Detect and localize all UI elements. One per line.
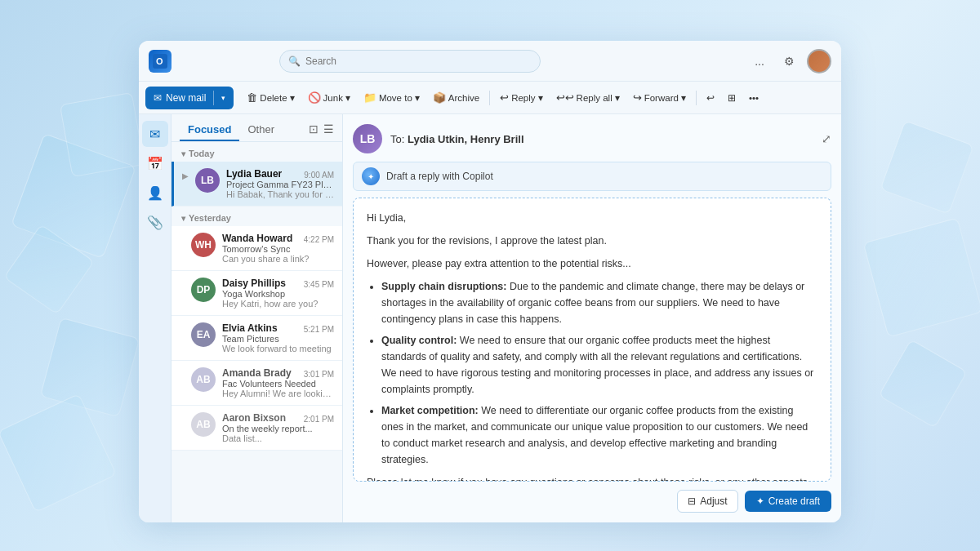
new-mail-separator bbox=[213, 91, 214, 105]
main-content: ✉ 📅 👤 📎 Focused Other ⊡ ☰ ▾ bbox=[139, 114, 841, 522]
section-yesterday: ▾ Yesterday bbox=[172, 207, 342, 226]
adjust-icon: ⊟ bbox=[688, 495, 696, 507]
email-item-4[interactable]: EA Elvia Atkins 5:21 PM Team Pictures We… bbox=[172, 316, 342, 361]
detail-sender-avatar: LB bbox=[353, 124, 382, 153]
reply-all-caret: ▾ bbox=[615, 92, 620, 104]
email-body-1: Lydia Bauer 9:00 AM Project Gamma FY23 P… bbox=[226, 168, 334, 199]
bg-crystal-7 bbox=[863, 218, 980, 338]
email-body-5: Amanda Brady 3:01 PM Fac Volunteers Need… bbox=[222, 367, 334, 398]
email-subject-2: Tomorrow's Sync bbox=[222, 244, 334, 254]
email-item-5[interactable]: AB Amanda Brady 3:01 PM Fac Volunteers N… bbox=[172, 361, 342, 406]
email-body-6: Aaron Bixson 2:01 PM On the weekly repor… bbox=[222, 412, 334, 443]
email-name-1: Lydia Bauer bbox=[226, 168, 282, 180]
forward-caret: ▾ bbox=[681, 92, 686, 104]
email-time-6: 2:01 PM bbox=[304, 415, 334, 424]
email-item-6[interactable]: AB Aaron Bixson 2:01 PM On the weekly re… bbox=[172, 406, 342, 451]
draft-closing-note: Please let me know if you have any quest… bbox=[367, 474, 817, 482]
create-draft-icon: ✦ bbox=[756, 495, 764, 507]
tab-focused[interactable]: Focused bbox=[180, 119, 239, 141]
delete-button[interactable]: 🗑 Delete ▾ bbox=[242, 88, 299, 107]
draft-risk-1: Supply chain disruptions: Due to the pan… bbox=[381, 278, 817, 327]
section-yesterday-label: Yesterday bbox=[189, 213, 231, 223]
email-item-3[interactable]: DP Daisy Phillips 3:45 PM Yoga Workshop … bbox=[172, 271, 342, 316]
draft-greeting: Hi Lydia, bbox=[367, 210, 817, 226]
copilot-icon: ✦ bbox=[362, 167, 380, 185]
email-item-1[interactable]: ▶ LB Lydia Bauer 9:00 AM Project Gamma F… bbox=[172, 162, 342, 207]
bg-crystal-8 bbox=[878, 339, 967, 428]
sidebar-item-attachments[interactable]: 📎 bbox=[142, 209, 168, 235]
draft-approval: Thank you for the revisions, I approve t… bbox=[367, 233, 817, 249]
sidebar-item-mail[interactable]: ✉ bbox=[142, 121, 168, 147]
new-mail-label: New mail bbox=[166, 92, 206, 104]
new-mail-icon: ✉ bbox=[154, 92, 162, 104]
avatar-4: EA bbox=[191, 322, 216, 347]
toolbar-separator-2 bbox=[696, 91, 697, 105]
more-options-button[interactable]: ... bbox=[748, 50, 771, 73]
detail-to-recipients: Lydia Utkin, Henry Brill bbox=[408, 133, 524, 145]
email-name-4: Elvia Atkins bbox=[222, 322, 278, 334]
sidebar-item-calendar[interactable]: 📅 bbox=[142, 150, 168, 176]
detail-expand-button[interactable]: ⤢ bbox=[822, 132, 831, 145]
layout-button[interactable]: ⊞ bbox=[723, 89, 741, 107]
junk-icon: 🚫 bbox=[308, 91, 321, 104]
email-time-3: 3:45 PM bbox=[304, 280, 334, 289]
tab-other[interactable]: Other bbox=[239, 119, 283, 141]
email-time-1: 9:00 AM bbox=[304, 171, 334, 180]
draft-risks-list: Supply chain disruptions: Due to the pan… bbox=[381, 278, 817, 468]
avatar-6: AB bbox=[191, 412, 216, 437]
more-options-icon: ... bbox=[755, 55, 764, 68]
delete-icon: 🗑 bbox=[247, 91, 257, 104]
email-preview-2: Can you share a link? bbox=[222, 254, 334, 264]
move-to-button[interactable]: 📁 Move to ▾ bbox=[359, 88, 425, 107]
settings-button[interactable]: ⚙ bbox=[777, 50, 800, 73]
email-meta-2: Wanda Howard 4:22 PM bbox=[222, 233, 334, 244]
search-bar[interactable]: 🔍 bbox=[279, 50, 541, 73]
archive-button[interactable]: 📦 Archive bbox=[428, 88, 484, 107]
sort-icon-button[interactable]: ☰ bbox=[323, 122, 334, 136]
filter-icon-button[interactable]: ⊡ bbox=[309, 122, 318, 136]
user-avatar[interactable] bbox=[807, 49, 831, 73]
reply-button[interactable]: ↩ Reply ▾ bbox=[495, 88, 547, 107]
adjust-button[interactable]: ⊟ Adjust bbox=[677, 490, 737, 513]
email-item-2[interactable]: WH Wanda Howard 4:22 PM Tomorrow's Sync … bbox=[172, 226, 342, 271]
email-preview-3: Hey Katri, how are you? bbox=[222, 299, 334, 309]
sidebar-item-people[interactable]: 👤 bbox=[142, 180, 168, 206]
junk-label: Junk bbox=[323, 93, 343, 103]
junk-button[interactable]: 🚫 Junk ▾ bbox=[303, 88, 355, 107]
reply-all-button[interactable]: ↩↩ Reply all ▾ bbox=[551, 88, 625, 107]
title-bar-actions: ... ⚙ bbox=[748, 49, 831, 73]
new-mail-button[interactable]: ✉ New mail ▾ bbox=[145, 87, 234, 109]
undo-button[interactable]: ↩ bbox=[702, 89, 719, 107]
email-meta-4: Elvia Atkins 5:21 PM bbox=[222, 322, 334, 334]
toolbar-separator-1 bbox=[489, 91, 490, 105]
reply-all-label: Reply all bbox=[577, 93, 612, 103]
settings-icon: ⚙ bbox=[784, 55, 795, 68]
draft-risk-2: Quality control: We need to ensure that … bbox=[381, 332, 817, 398]
email-name-2: Wanda Howard bbox=[222, 233, 292, 244]
email-preview-4: We look forward to meeting bbox=[222, 344, 334, 353]
search-input[interactable] bbox=[305, 56, 532, 67]
section-today-chevron: ▾ bbox=[181, 149, 185, 158]
email-subject-1: Project Gamma FY23 Planni bbox=[226, 180, 334, 189]
archive-label: Archive bbox=[448, 93, 479, 103]
avatar-3: DP bbox=[191, 278, 216, 302]
detail-header: LB To: Lydia Utkin, Henry Brill ⤢ bbox=[353, 124, 831, 153]
toolbar-more-icon: ••• bbox=[749, 93, 759, 103]
create-draft-button[interactable]: ✦ Create draft bbox=[745, 491, 831, 512]
email-list-panel: Focused Other ⊡ ☰ ▾ Today ▶ LB bbox=[172, 114, 343, 522]
section-today-label: Today bbox=[189, 149, 215, 158]
layout-icon: ⊞ bbox=[728, 92, 736, 104]
email-name-6: Aaron Bixson bbox=[222, 412, 286, 424]
draft-risks-intro: However, please pay extra attention to t… bbox=[367, 256, 817, 272]
draft-risk-3: Market competition: We need to different… bbox=[381, 402, 817, 468]
toolbar-more-button[interactable]: ••• bbox=[744, 90, 764, 106]
email-name-3: Daisy Phillips bbox=[222, 278, 286, 289]
detail-to-label: To: bbox=[390, 133, 404, 145]
detail-to: To: Lydia Utkin, Henry Brill bbox=[390, 133, 813, 145]
forward-button[interactable]: ↪ Forward ▾ bbox=[628, 88, 691, 107]
draft-body[interactable]: Hi Lydia, Thank you for the revisions, I… bbox=[353, 198, 831, 482]
email-meta-6: Aaron Bixson 2:01 PM bbox=[222, 412, 334, 424]
junk-caret: ▾ bbox=[345, 92, 350, 104]
avatar-5: AB bbox=[191, 367, 216, 392]
bg-crystal-6 bbox=[880, 120, 973, 214]
